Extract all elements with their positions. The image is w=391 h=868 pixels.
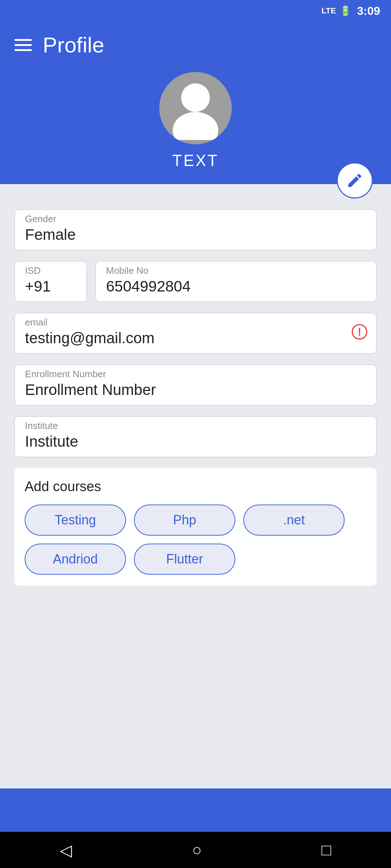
navigation-bar: ◁ ○ □ (0, 832, 391, 868)
gender-value: Female (25, 226, 76, 243)
form-section: Gender Female ISD +91 Mobile No 65049928… (0, 184, 391, 788)
email-field-container: email testing@gmail.com (14, 313, 377, 354)
back-icon: ◁ (60, 841, 72, 859)
isd-value: +91 (25, 278, 51, 295)
recent-apps-button[interactable]: □ (321, 841, 331, 859)
institute-field[interactable]: Institute Institute (14, 416, 377, 457)
page-title: Profile (43, 33, 104, 58)
isd-label: ISD (25, 265, 76, 276)
edit-icon (346, 172, 363, 189)
enrollment-field-container: Enrollment Number Enrollment Number (14, 365, 377, 405)
home-button[interactable]: ○ (192, 841, 202, 859)
gender-field[interactable]: Gender Female (14, 209, 377, 250)
hamburger-line (14, 44, 32, 46)
courses-section: Add courses Testing Php .net Andriod Flu… (14, 468, 377, 586)
svg-point-4 (359, 334, 360, 336)
institute-value: Institute (25, 433, 78, 450)
enrollment-value: Enrollment Number (25, 381, 156, 398)
institute-label: Institute (25, 420, 366, 431)
course-chip-net[interactable]: .net (243, 505, 345, 536)
bottom-blue-bar (0, 788, 391, 832)
course-chip-testing[interactable]: Testing (25, 505, 126, 536)
email-field[interactable]: email testing@gmail.com (14, 313, 377, 354)
status-icons: LTE 🔋 (321, 5, 351, 17)
course-chip-php[interactable]: Php (134, 505, 235, 536)
hamburger-line (14, 39, 32, 41)
gender-field-container: Gender Female (14, 209, 377, 250)
battery-icon: 🔋 (340, 5, 351, 17)
institute-field-container: Institute Institute (14, 416, 377, 457)
email-value: testing@gmail.com (25, 329, 155, 346)
time-display: 3:09 (357, 4, 380, 18)
isd-field[interactable]: ISD +91 (14, 261, 87, 302)
profile-section: TEXT (0, 65, 391, 184)
course-chip-flutter[interactable]: Flutter (134, 544, 235, 575)
courses-title: Add courses (25, 479, 366, 494)
course-chip-android[interactable]: Andriod (25, 544, 126, 575)
avatar-icon (163, 75, 228, 141)
mobile-label: Mobile No (106, 265, 366, 276)
profile-name: TEXT (172, 152, 219, 170)
back-button[interactable]: ◁ (60, 841, 72, 859)
enrollment-field[interactable]: Enrollment Number Enrollment Number (14, 365, 377, 405)
enrollment-label: Enrollment Number (25, 369, 366, 380)
svg-point-1 (173, 112, 218, 140)
email-error-icon (352, 324, 367, 343)
gender-label: Gender (25, 213, 366, 225)
isd-field-container: ISD +91 (14, 261, 87, 302)
avatar (159, 72, 232, 144)
email-label: email (25, 317, 366, 328)
courses-grid: Testing Php .net Andriod Flutter (25, 505, 366, 575)
app-header: Profile (0, 22, 391, 65)
recent-icon: □ (321, 841, 331, 859)
status-bar: LTE 🔋 3:09 (0, 0, 391, 22)
svg-point-0 (181, 83, 210, 112)
home-icon: ○ (192, 841, 202, 859)
mobile-value: 6504992804 (106, 278, 191, 295)
mobile-field[interactable]: Mobile No 6504992804 (96, 261, 377, 302)
lte-icon: LTE (321, 6, 336, 16)
mobile-field-container: Mobile No 6504992804 (96, 261, 377, 302)
menu-button[interactable] (14, 39, 32, 51)
edit-profile-button[interactable] (337, 162, 373, 199)
hamburger-line (14, 49, 32, 51)
phone-row: ISD +91 Mobile No 6504992804 (14, 261, 377, 302)
